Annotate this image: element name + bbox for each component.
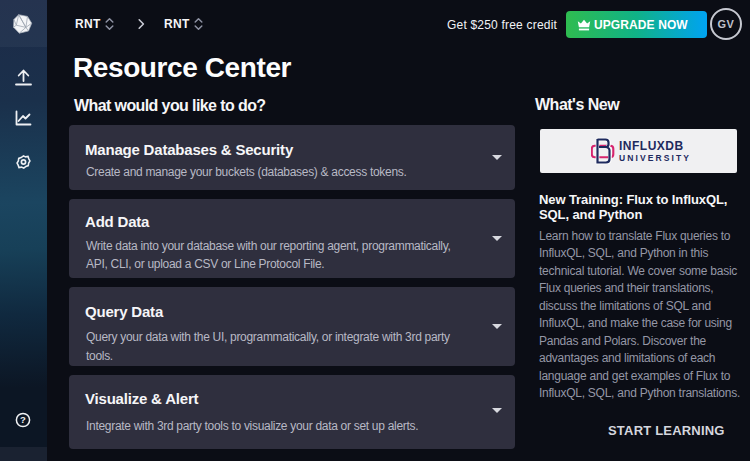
svg-text:?: ? xyxy=(20,414,26,425)
svg-text:UNIVERSITY: UNIVERSITY xyxy=(619,153,691,163)
svg-text:INFLUXDB: INFLUXDB xyxy=(619,139,684,153)
